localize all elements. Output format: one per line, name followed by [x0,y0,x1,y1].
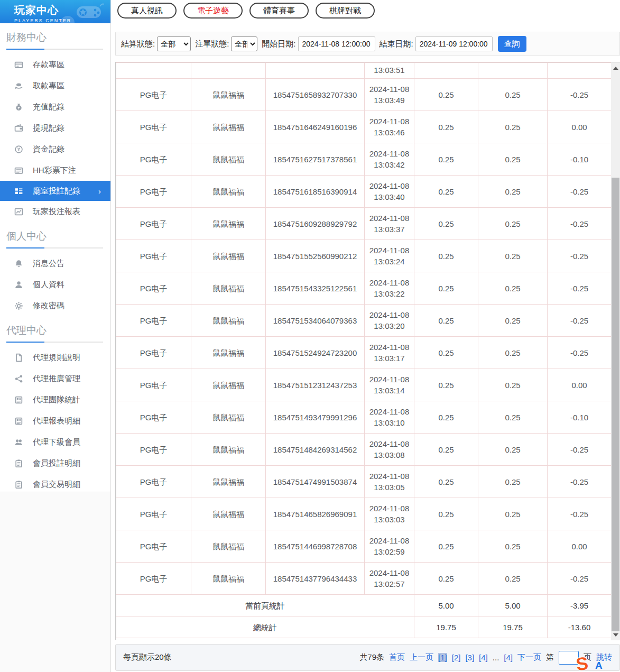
scroll-down-icon[interactable] [611,630,620,639]
sidebar-item[interactable]: 資金記錄 [0,139,110,160]
first-page-link[interactable]: 首页 [389,652,405,662]
cell-platform: PG电子 [140,413,168,422]
sidebar-item-label: HH彩票下注 [33,165,76,176]
cell-valid-bet: 0.25 [505,284,520,293]
cell-valid-bet: 0.25 [505,219,520,228]
chevron-right-icon: › [98,187,101,196]
total-summary-row: 總統計19.7519.75-13.60 [116,616,612,638]
cell-valid-bet: 0.25 [505,90,520,99]
cell-game: 鼠鼠福福 [212,542,244,551]
cell-winloss: -0.25 [570,510,588,519]
cell-datetime: 2024-11-0813:03:24 [369,246,410,266]
cell-bet: 0.25 [438,252,454,261]
cell-valid-bet: 0.25 [505,348,520,357]
sidebar-item[interactable]: 代理報表明細 [0,410,110,431]
summary-winloss: -13.60 [568,623,591,632]
page-link-3[interactable]: [3] [465,653,474,662]
cell-game: 鼠鼠福福 [212,284,244,293]
cell-platform: PG电子 [140,542,168,551]
cell-order-id: 1854751493479991296 [273,413,357,422]
table-row: PG电子鼠鼠福福18547515433251225612024-11-0813:… [116,272,612,305]
scroll-up-icon[interactable] [611,63,620,72]
records-table-container: 13:03:51PG电子鼠鼠福福18547516589327073302024-… [115,62,620,640]
cell-valid-bet: 0.25 [505,252,520,261]
cell-game: 鼠鼠福福 [212,187,244,196]
cell-datetime: 2024-11-0813:03:03 [369,504,410,524]
sidebar-item[interactable]: 存款專區 [0,54,110,75]
clipboard-icon [14,480,23,489]
main-content: 真人視訊電子遊藝體育賽事棋牌對戰 結算狀態: 全部 注單狀態: 全部 開始日期:… [111,0,620,672]
goto-page-input[interactable] [559,651,579,665]
sidebar-item[interactable]: 代理規則說明 [0,347,110,368]
prev-page-link[interactable]: 上一页 [410,652,433,662]
page-link-2[interactable]: [2] [452,653,461,662]
sidebar-item-label: 代理團隊統計 [33,395,80,405]
sidebar-item[interactable]: 廳室投註記錄› [0,181,110,201]
goto-jump-link[interactable]: 跳转 [596,652,612,662]
cell-datetime: 2024-11-0813:03:49 [369,85,410,105]
sidebar-item[interactable]: 消息公告 [0,253,110,274]
cell-platform: PG电子 [140,381,168,390]
category-tabs: 真人視訊電子遊藝體育賽事棋牌對戰 [117,3,375,19]
table-row: PG电子鼠鼠福福18547514469987287082024-11-0813:… [116,530,612,563]
cell-winloss: -0.10 [570,413,588,422]
cell-winloss: -0.25 [570,348,588,357]
cell-valid-bet: 0.25 [505,542,520,551]
cell-order-id: 1854751627517378561 [273,155,357,164]
sidebar-item-label: 會員交易明細 [33,480,80,490]
sidebar-item-label: 廳室投註記錄 [33,186,80,196]
sidebar-item[interactable]: 代理推廣管理 [0,368,110,389]
sidebar-item[interactable]: 修改密碼 [0,295,110,316]
sidebar-header: 玩家中心 PLAYERS CENTER [0,0,110,23]
cell-game: 鼠鼠福福 [212,510,244,519]
doc-icon [14,353,23,362]
sidebar-item[interactable]: 會員投註明細 [0,453,110,474]
scrollbar-thumb[interactable] [612,178,619,631]
cell-game: 鼠鼠福福 [212,574,244,583]
cell-game: 鼠鼠福福 [212,316,244,325]
table-row: PG电子鼠鼠福福18547516275173785612024-11-0813:… [116,143,612,176]
search-button[interactable]: 查詢 [498,36,526,52]
start-date-input[interactable] [298,36,375,51]
sidebar-item[interactable]: 取款專區 [0,75,110,96]
settle-status-select[interactable]: 全部 [157,36,191,51]
table-row: PG电子鼠鼠福福18547514377964344332024-11-0813:… [116,563,612,595]
order-status-select[interactable]: 全部 [231,36,257,51]
filter-bar: 結算狀態: 全部 注單狀態: 全部 開始日期: 結束日期: 查詢 [115,32,620,56]
tab-3[interactable]: 體育賽事 [249,3,309,19]
cell-platform: PG电子 [140,348,168,357]
cell-order-id: 1854751543325122561 [273,284,357,293]
table-row: PG电子鼠鼠福福18547515340640793632024-11-0813:… [116,305,612,337]
cell-datetime: 2024-11-0813:02:59 [369,536,410,556]
table-row: PG电子鼠鼠福福18547514934799912962024-11-0813:… [116,401,612,434]
grid-icon [14,186,23,196]
end-date-input[interactable] [415,36,493,51]
tab-1[interactable]: 真人視訊 [117,3,177,19]
tab-4[interactable]: 棋牌對戰 [316,3,375,19]
cell-order-id: 1854751465826969091 [273,510,357,519]
cell-winloss: -0.25 [570,90,588,99]
cell-time: 13:03:51 [374,66,404,75]
cell-datetime: 2024-11-0813:03:10 [369,407,410,427]
cell-game: 鼠鼠福福 [212,90,244,99]
vertical-scrollbar[interactable] [611,62,620,640]
cell-datetime: 2024-11-0813:03:37 [369,214,410,234]
next-page-link[interactable]: 下一页 [517,652,541,662]
sidebar-item[interactable]: 代理下級會員 [0,431,110,453]
report-icon [14,395,23,404]
sidebar-item[interactable]: 充值記錄 [0,96,110,117]
last-page-link[interactable]: [4] [504,653,513,662]
cell-platform: PG电子 [140,477,168,486]
sidebar-item-label: 修改密碼 [33,301,64,311]
sidebar-item[interactable]: 玩家投注報表 [0,201,110,222]
page-link-4[interactable]: [4] [479,653,488,662]
cell-game: 鼠鼠福福 [212,155,244,164]
cell-valid-bet: 0.25 [505,413,520,422]
sidebar-item[interactable]: 提現記錄 [0,117,110,139]
tab-2[interactable]: 電子遊藝 [183,3,243,19]
page-link-1[interactable]: [1] [438,653,447,662]
sidebar-item[interactable]: HH彩票下注 [0,160,110,181]
table-row: PG电子鼠鼠福福18547514749915038742024-11-0813:… [116,466,612,498]
sidebar-item[interactable]: 個人資料 [0,274,110,295]
sidebar-item[interactable]: 代理團隊統計 [0,389,110,410]
